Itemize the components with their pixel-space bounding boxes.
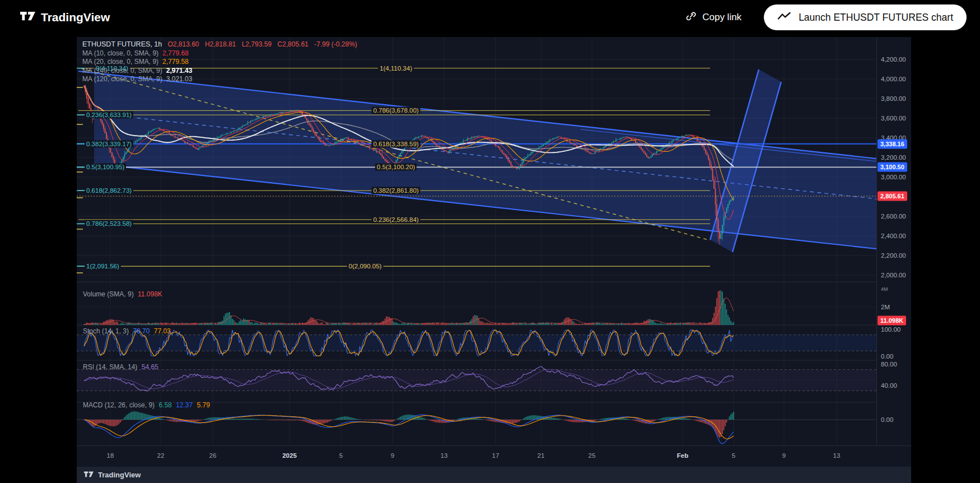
stoch-d-value: 77.03 [154, 327, 171, 335]
ma-legend-row[interactable]: MA (10, close, 0, SMA, 9)2,779.68 [82, 49, 357, 58]
volume-legend[interactable]: Volume (SMA, 9) 11.098K [83, 290, 162, 298]
copy-link-label: Copy link [702, 12, 741, 23]
time-axis-label: 5 [732, 452, 735, 459]
rsi-value: 54.65 [142, 363, 158, 371]
price-axis-label: 2,000.00 [881, 272, 906, 278]
price-axis-label: 3,600.00 [881, 115, 906, 122]
ma-label: MA (140, close, 0, SMA, 9) [82, 67, 162, 75]
price-axis-label: 2,600.00 [881, 213, 906, 220]
time-axis-label: 5 [339, 452, 343, 459]
rsi-label: RSI (14, SMA, 14) [83, 363, 137, 371]
launch-chart-label: Launch ETHUSDT FUTURES chart [799, 12, 953, 24]
ma-label: MA (10, close, 0, SMA, 9) [82, 49, 158, 57]
time-axis-label: 9 [391, 452, 394, 459]
indicator-axis-label: 80.00 [881, 361, 897, 368]
macd-line-value: 12.37 [176, 401, 193, 409]
time-axis-label: 25 [589, 452, 596, 459]
ma-value: 2,779.68 [162, 49, 189, 57]
stoch-k-value: 78.70 [133, 327, 150, 335]
ohlc-change: -7.99 (-0.28%) [314, 40, 357, 48]
macd-hist-value: 6.58 [158, 401, 171, 409]
macd-signal-value: 5.79 [197, 401, 209, 409]
price-axis-label: 4,000.00 [881, 76, 906, 82]
ma-legend-rows: MA (10, close, 0, SMA, 9)2,779.68MA (20,… [82, 49, 357, 84]
symbol-row[interactable]: ETHUSDT FUTURES, 1h O2,813.60 H2,818.81 … [82, 40, 357, 49]
ma-legend-row[interactable]: MA (120, close, 0, SMA, 9)3,021.03 [82, 75, 357, 84]
time-axis-label: 13 [833, 452, 841, 459]
indicator-axis-label: 4M [881, 286, 888, 292]
tradingview-logo-icon [20, 10, 35, 26]
time-axis-label: 18 [107, 452, 114, 459]
price-badge: 3,338.16 [878, 139, 907, 148]
app-header: TradingView Copy link Launch ETHUSDT FUT… [0, 0, 980, 35]
price-axis-label: 2,200.00 [881, 252, 906, 259]
line-chart-icon [777, 11, 792, 24]
time-axis-label: 2025 [282, 452, 297, 459]
price-axis-label: 3,000.00 [881, 174, 906, 180]
macd-legend[interactable]: MACD (12, 26, close, 9) 6.58 12.37 5.79 [83, 401, 210, 409]
ma-legend-row[interactable]: MA (20, close, 0, SMA, 9)2,779.58 [82, 58, 357, 67]
ohlc-close: C2,805.61 [277, 40, 308, 48]
indicator-axis-label: 40.00 [881, 382, 897, 389]
ma-label: MA (120, close, 0, SMA, 9) [82, 75, 162, 83]
ohlc-low: L2,793.59 [242, 40, 272, 48]
brand-text: TradingView [41, 11, 110, 24]
price-axis[interactable]: 4,200.004,000.003,800.003,600.003,400.00… [876, 37, 912, 445]
indicator-axis-label: 0.00 [881, 416, 893, 423]
indicator-axis-label: 2M [881, 304, 890, 310]
price-badge: 2,805.61 [878, 192, 907, 201]
price-axis-label: 3,200.00 [881, 154, 906, 161]
footer-brand-text: TradingView [98, 471, 141, 479]
chart-canvas[interactable] [77, 37, 876, 445]
time-axis-label: 9 [782, 452, 786, 459]
ma-value: 3,021.03 [166, 75, 193, 83]
time-axis-label: 17 [492, 452, 500, 459]
stoch-label: Stoch (14, 1, 3) [83, 327, 129, 335]
rsi-legend[interactable]: RSI (14, SMA, 14) 54.65 [83, 363, 158, 371]
launch-chart-button[interactable]: Launch ETHUSDT FUTURES chart [764, 4, 967, 30]
symbol-title: ETHUSDT FUTURES, 1h [82, 40, 162, 48]
link-icon [685, 11, 697, 25]
indicator-axis-label: 100.00 [881, 326, 900, 333]
macd-label: MACD (12, 26, close, 9) [83, 401, 155, 409]
time-axis-label: 13 [441, 452, 448, 459]
volume-label: Volume (SMA, 9) [83, 290, 134, 298]
volume-badge: 11.098K [878, 316, 906, 326]
time-axis-label: 21 [538, 452, 545, 459]
time-axis-label: 22 [157, 452, 165, 459]
stoch-legend[interactable]: Stoch (14, 1, 3) 78.70 77.03 [83, 327, 171, 335]
time-axis-label: Feb [677, 452, 688, 459]
price-axis-label: 4,200.00 [881, 56, 906, 63]
volume-value: 11.098K [138, 290, 162, 298]
price-axis-label: 2,400.00 [881, 233, 906, 239]
chart-card: 1(4,110.34)0.786(3,678.00)0.618(3,338.59… [77, 37, 911, 483]
price-badge: 3,100.50 [878, 162, 907, 172]
ohlc-open: O2,813.60 [168, 40, 199, 48]
ma-value: 2,779.58 [162, 58, 189, 66]
ma-label: MA (20, close, 0, SMA, 9) [82, 58, 158, 66]
ma-value: 2,971.43 [166, 67, 193, 75]
indicator-axis-label: 0.00 [881, 353, 893, 360]
chart-legend: ETHUSDT FUTURES, 1h O2,813.60 H2,818.81 … [82, 40, 357, 84]
tradingview-logo[interactable]: TradingView [20, 10, 110, 26]
copy-link-button[interactable]: Copy link [685, 11, 741, 25]
tradingview-footer-icon [84, 470, 94, 480]
ohlc-high: H2,818.81 [205, 40, 236, 48]
time-axis[interactable]: 18222620255913172125Feb5913 [77, 445, 911, 467]
card-footer: TradingView [77, 467, 911, 483]
price-axis-label: 3,800.00 [881, 95, 906, 102]
ma-legend-row[interactable]: MA (140, close, 0, SMA, 9)2,971.43 [82, 67, 357, 76]
time-axis-label: 26 [209, 452, 217, 459]
